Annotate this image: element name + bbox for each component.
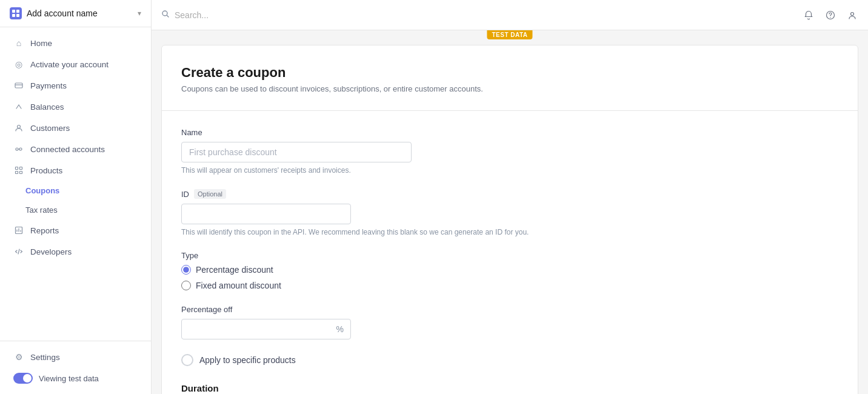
toggle-knob: [23, 374, 32, 382]
type-label: Type: [181, 251, 838, 260]
sidebar-item-label: Products: [30, 166, 62, 175]
main-area: TEST DATA Create a coupon Coupons can be…: [152, 0, 868, 394]
radio-label-percentage: Percentage discount: [196, 265, 273, 275]
sidebar-item-customers[interactable]: Customers: [4, 118, 147, 138]
sidebar-item-label: Reports: [30, 226, 59, 235]
connected-icon: [13, 144, 24, 155]
type-radio-group: Percentage discount Fixed amount discoun…: [181, 265, 838, 290]
sidebar-item-label: Connected accounts: [30, 145, 105, 154]
id-label: ID Optional: [181, 189, 838, 199]
svg-rect-8: [16, 167, 18, 170]
id-field: ID Optional This will identify this coup…: [181, 189, 838, 236]
sidebar-item-label: Payments: [30, 81, 67, 90]
svg-rect-2: [12, 14, 15, 17]
sidebar: Add account name ▾ ⌂ Home ◎ Activate you…: [0, 0, 152, 394]
products-icon: [13, 165, 24, 176]
apply-specific-products-toggle[interactable]: Apply to specific products: [181, 354, 838, 366]
developers-icon: [13, 246, 24, 257]
name-label: Name: [181, 128, 838, 137]
content-area: TEST DATA Create a coupon Coupons can be…: [152, 30, 868, 394]
radio-option-percentage[interactable]: Percentage discount: [181, 265, 838, 275]
logo: [10, 7, 22, 19]
duration-label: Duration: [181, 383, 838, 393]
form-divider: [162, 110, 858, 111]
percentage-off-input[interactable]: [181, 319, 351, 339]
sidebar-item-label: Balances: [30, 102, 64, 112]
sidebar-navigation: ⌂ Home ◎ Activate your account Payments …: [0, 27, 151, 341]
svg-rect-4: [15, 83, 22, 88]
optional-badge: Optional: [194, 189, 226, 199]
settings-icon: ⚙: [13, 352, 24, 362]
id-hint: This will identify this coupon in the AP…: [181, 228, 545, 236]
apply-specific-toggle-button[interactable]: [181, 354, 193, 366]
sidebar-item-products[interactable]: Products: [4, 160, 147, 181]
sidebar-item-coupons[interactable]: Coupons: [4, 181, 147, 200]
svg-point-16: [851, 12, 854, 15]
svg-rect-9: [20, 167, 22, 170]
sidebar-item-developers[interactable]: Developers: [4, 241, 147, 262]
radio-input-percentage[interactable]: [181, 265, 191, 275]
user-icon[interactable]: [846, 9, 858, 21]
name-field: Name This will appear on customers' rece…: [181, 128, 838, 175]
svg-point-15: [830, 17, 830, 18]
apply-specific-label: Apply to specific products: [199, 355, 296, 365]
home-icon: ⌂: [13, 38, 24, 48]
account-name-label: Add account name: [27, 8, 133, 18]
svg-rect-10: [16, 172, 18, 174]
sidebar-item-label: Activate your account: [30, 60, 109, 69]
svg-rect-0: [12, 10, 15, 13]
sidebar-item-balances[interactable]: Balances: [4, 96, 147, 117]
percentage-input-wrapper: %: [181, 319, 351, 339]
sidebar-item-payments[interactable]: Payments: [4, 75, 147, 96]
topbar-icons: [803, 9, 858, 21]
percentage-off-label: Percentage off: [181, 305, 838, 314]
chevron-down-icon: ▾: [138, 9, 141, 18]
test-data-toggle[interactable]: [13, 373, 33, 384]
account-selector[interactable]: Add account name ▾: [0, 0, 151, 27]
search-container: [161, 10, 795, 20]
sidebar-item-activate[interactable]: ◎ Activate your account: [4, 54, 147, 75]
sidebar-bottom: ⚙ Settings Viewing test data: [0, 341, 151, 394]
test-data-banner: TEST DATA: [487, 30, 532, 39]
name-hint: This will appear on customers' receipts …: [181, 166, 545, 175]
svg-rect-1: [16, 10, 19, 13]
svg-point-5: [18, 125, 21, 129]
sidebar-item-label: Tax rates: [25, 205, 58, 215]
svg-point-6: [16, 148, 18, 150]
sidebar-item-label: Developers: [30, 247, 72, 256]
create-coupon-form: Create a coupon Coupons can be used to d…: [161, 45, 858, 394]
customers-icon: [13, 122, 24, 133]
name-input[interactable]: [181, 142, 412, 162]
balances-icon: [13, 101, 24, 112]
topbar: [152, 0, 868, 30]
page-title: Create a coupon: [181, 65, 838, 81]
page-subtitle: Coupons can be used to discount invoices…: [181, 84, 838, 93]
radio-label-fixed: Fixed amount discount: [196, 281, 281, 290]
sidebar-item-label: Coupons: [25, 186, 59, 195]
sidebar-item-settings[interactable]: ⚙ Settings: [4, 347, 147, 367]
help-icon[interactable]: [824, 9, 836, 21]
svg-rect-11: [20, 172, 22, 174]
sidebar-item-connected-accounts[interactable]: Connected accounts: [4, 139, 147, 159]
id-input[interactable]: [181, 204, 351, 224]
search-icon: [161, 10, 170, 20]
svg-rect-3: [16, 14, 19, 17]
sidebar-item-tax-rates[interactable]: Tax rates: [4, 201, 147, 219]
test-data-label: Viewing test data: [39, 374, 99, 383]
duration-field: Duration: [181, 383, 838, 393]
notifications-icon[interactable]: [803, 9, 815, 21]
svg-point-13: [162, 11, 167, 16]
sidebar-item-label: Customers: [30, 124, 70, 133]
type-field: Type Percentage discount Fixed amount di…: [181, 251, 838, 290]
radio-option-fixed[interactable]: Fixed amount discount: [181, 281, 838, 290]
test-data-toggle-container: Viewing test data: [4, 368, 147, 389]
settings-label: Settings: [30, 353, 60, 362]
sidebar-item-label: Home: [30, 39, 52, 48]
percentage-off-field: Percentage off %: [181, 305, 838, 339]
sidebar-item-home[interactable]: ⌂ Home: [4, 33, 147, 53]
reports-icon: [13, 225, 24, 236]
sidebar-item-reports[interactable]: Reports: [4, 220, 147, 241]
svg-point-7: [19, 148, 22, 150]
radio-input-fixed[interactable]: [181, 281, 191, 290]
search-input[interactable]: [175, 10, 296, 20]
